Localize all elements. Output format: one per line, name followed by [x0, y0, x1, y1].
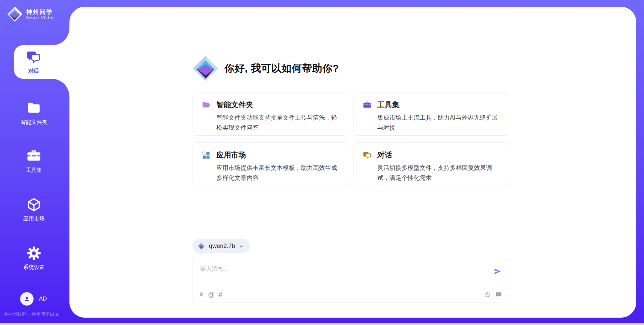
mention-button[interactable]: @ [208, 290, 215, 299]
chevron-down-icon [239, 244, 244, 249]
card-title: 工具集 [377, 100, 399, 110]
toolbox-icon [363, 101, 372, 110]
diamond-logo-icon [197, 242, 205, 250]
model-name: qwen2:7b [209, 243, 235, 250]
diamond-logo-icon [192, 55, 219, 82]
sidebar-item-label: 工具集 [26, 167, 42, 174]
person-icon [23, 295, 31, 303]
greeting: 你好, 我可以如何帮助你? [192, 55, 339, 82]
attachment-button[interactable] [198, 290, 204, 299]
card-header: 工具集 [363, 100, 504, 110]
send-icon [493, 267, 501, 276]
sidebar: 神州问学 Smart Vision 对话 智能文件夹 工具集 应用市场 [0, 0, 69, 325]
app-name: 神州问学 [26, 8, 55, 16]
sidebar-item-settings[interactable]: 系统设置 [0, 246, 68, 271]
sidebar-item-label: 智能文件夹 [20, 119, 47, 126]
card-description: 集成市场上主流工具，助力AI与外界无缝扩展与对接 [377, 113, 504, 133]
mention-icon: @ [208, 290, 215, 299]
model-selector[interactable]: qwen2:7b [193, 239, 250, 253]
sidebar-item-label: 对话 [28, 68, 39, 75]
composer-tools-right [484, 290, 502, 299]
folder-icon [26, 101, 42, 116]
hashtag-button[interactable]: # [218, 290, 222, 299]
app-screen: 神州问学 Smart Vision 对话 智能文件夹 工具集 应用市场 [0, 0, 644, 325]
composer-divider [197, 285, 504, 285]
apps-grid-icon [202, 151, 211, 160]
gear-icon [26, 246, 42, 261]
sidebar-item-label: 系统设置 [23, 264, 45, 271]
card-header: 智能文件夹 [202, 100, 343, 110]
history-icon [484, 291, 491, 298]
folder-open-icon [202, 101, 211, 110]
feedback-button[interactable] [495, 290, 502, 299]
card-description: 应用市场提供丰富长文本模板，助力高效生成多样化文章内容 [216, 163, 343, 183]
user-profile[interactable]: AD [20, 292, 47, 306]
chat-icon [26, 50, 41, 65]
toolbox-icon [26, 148, 42, 164]
composer-tools-left: @ # [198, 290, 222, 299]
send-button[interactable] [493, 267, 501, 276]
card-description: 灵活切换多模型文件，支持多样回复效果调试，满足个性化需求 [377, 163, 504, 183]
hashtag-icon: # [218, 290, 222, 299]
message-input[interactable] [198, 263, 486, 282]
app-logo: 神州问学 Smart Vision [7, 6, 55, 22]
card-chat[interactable]: 对话 灵活切换多模型文件，支持多样回复效果调试，满足个性化需求 [354, 142, 509, 186]
feature-cards: 智能文件夹 智能文件夹功能支持批量文件上传与清洗，轻松实现文件问答 工具集 集成… [193, 92, 509, 186]
app-subtitle: Smart Vision [26, 16, 55, 20]
sidebar-item-smart-folder[interactable]: 智能文件夹 [0, 101, 68, 126]
cube-icon [26, 197, 42, 212]
avatar [20, 292, 34, 306]
message-composer: @ # [193, 258, 509, 303]
card-app-market[interactable]: 应用市场 应用市场提供丰富长文本模板，助力高效生成多样化文章内容 [193, 142, 348, 186]
greeting-title: 你好, 我可以如何帮助你? [224, 62, 339, 75]
sidebar-item-toolset[interactable]: 工具集 [0, 148, 68, 174]
window-bottom-edge [0, 323, 644, 325]
sidebar-item-label: 应用市场 [23, 215, 45, 222]
sidebar-item-app-market[interactable]: 应用市场 [0, 197, 68, 222]
chat-icon [363, 151, 372, 160]
main-panel: 你好, 我可以如何帮助你? 智能文件夹 智能文件夹功能支持批量文件上传与清洗，轻… [69, 7, 636, 318]
card-description: 智能文件夹功能支持批量文件上传与清洗，轻松实现文件问答 [216, 113, 343, 133]
card-smart-folder[interactable]: 智能文件夹 智能文件夹功能支持批量文件上传与清洗，轻松实现文件问答 [193, 92, 348, 136]
card-title: 应用市场 [216, 150, 246, 160]
card-title: 智能文件夹 [216, 100, 253, 110]
copyright-text: ©神州数码 · 神州问学出品 [4, 311, 59, 317]
feedback-icon [495, 291, 502, 298]
sidebar-item-chat[interactable]: 对话 [14, 45, 69, 79]
card-toolset[interactable]: 工具集 集成市场上主流工具，助力AI与外界无缝扩展与对接 [354, 92, 509, 136]
attachment-icon [198, 291, 204, 298]
card-title: 对话 [377, 150, 392, 160]
user-initials: AD [39, 296, 47, 302]
card-header: 应用市场 [202, 150, 343, 160]
app-logo-text: 神州问学 Smart Vision [26, 8, 55, 20]
history-button[interactable] [484, 290, 491, 299]
card-header: 对话 [363, 150, 504, 160]
diamond-logo-icon [7, 6, 23, 22]
